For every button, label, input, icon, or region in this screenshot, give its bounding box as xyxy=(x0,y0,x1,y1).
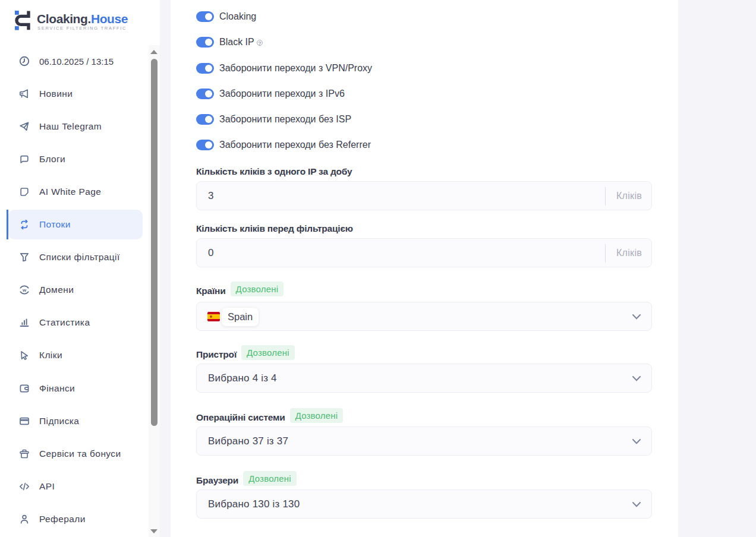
svg-text:w: w xyxy=(22,288,27,293)
